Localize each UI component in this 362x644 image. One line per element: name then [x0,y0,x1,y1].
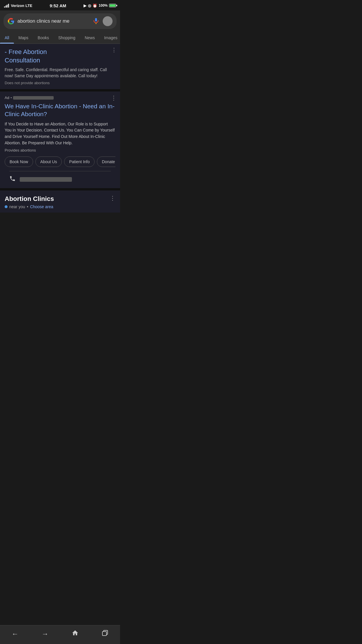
clinics-more-options-button[interactable]: ⋮ [110,195,115,201]
home-button[interactable] [67,628,83,639]
book-now-button[interactable]: Book Now [5,156,33,167]
ad1-title-part1: - Free Abortion [5,48,47,55]
signal-bars-icon [4,4,9,8]
tab-books[interactable]: Books [33,32,54,44]
forward-button[interactable]: → [37,629,53,639]
status-left: Verizon LTE [4,3,32,8]
tab-all[interactable]: All [0,32,14,44]
clinics-subtitle: near you • Choose area [5,204,115,209]
tab-shopping[interactable]: Shopping [54,32,80,44]
status-right: ▶ ◎ ⏰ 100% [84,3,116,8]
ad-card-2: Ad ⋮ We Have In-Clinic Abortion - Need a… [0,91,120,190]
ad1-title[interactable]: - Free Abortion Consultation [5,48,115,64]
user-avatar[interactable] [103,16,113,26]
search-tabs: All Maps Books Shopping News Images [0,32,120,44]
search-bar-container: abortion clinics near me [0,10,120,32]
near-you-label: near you [9,204,25,209]
blurred-advertiser-url [13,96,54,100]
ad1-title-part2: Consultation [5,57,40,64]
tab-maps[interactable]: Maps [14,32,33,44]
ad2-disclaimer: Provides abortions [5,148,115,152]
ad-badge: Ad [5,96,115,100]
tab-images[interactable]: Images [99,32,120,44]
svg-rect-2 [102,632,106,636]
blurred-phone-number [20,177,72,182]
ad1-description: Free. Safe. Confidential. Respectful and… [5,67,115,79]
time-label: 9:52 AM [50,3,66,8]
search-query[interactable]: abortion clinics near me [17,18,89,24]
bottom-nav: ← → [0,625,120,644]
carrier-label: Verizon [11,3,24,8]
alarm-icon: ⏰ [93,3,97,8]
clock-icon: ◎ [88,3,91,8]
donate-button[interactable]: Donate [97,156,115,167]
ad1-more-options-button[interactable]: ⋮ [111,47,117,53]
network-label: LTE [26,3,32,8]
ad2-title[interactable]: We Have In-Clinic Abortion - Need an In-… [5,102,115,118]
ad-card-1: ⋮ - Free Abortion Consultation Free. Saf… [0,44,120,91]
search-bar[interactable]: abortion clinics near me [3,13,117,29]
battery-icon [109,4,116,7]
tab-news[interactable]: News [80,32,99,44]
microphone-icon[interactable] [92,17,100,25]
battery-percent: 100% [99,3,108,8]
ad2-action-buttons: Book Now About Us Patient Info Donate Me… [5,156,115,171]
google-logo [8,18,15,25]
ad2-more-options-button[interactable]: ⋮ [111,95,117,101]
svg-rect-0 [95,18,97,21]
choose-area-link[interactable]: Choose area [30,204,53,209]
separator: • [27,204,28,209]
phone-row[interactable] [5,171,115,188]
location-icon: ▶ [84,3,86,8]
patient-info-button[interactable]: Patient Info [64,156,95,167]
abortion-clinics-section: Abortion Clinics ⋮ near you • Choose are… [0,190,120,213]
about-us-button[interactable]: About Us [35,156,62,167]
near-you-dot [5,205,8,208]
ad2-description: If You Decide to Have an Abortion, Our R… [5,121,115,146]
tabs-button[interactable] [97,628,113,639]
phone-icon [9,175,16,184]
back-button[interactable]: ← [7,629,23,639]
clinics-header: Abortion Clinics ⋮ [5,195,115,203]
ad-label: Ad [5,96,9,100]
ad1-disclaimer: Does not provide abortions [5,81,115,85]
clinics-title: Abortion Clinics [5,195,54,203]
status-bar: Verizon LTE 9:52 AM ▶ ◎ ⏰ 100% [0,0,120,10]
ad-dot [11,97,12,98]
